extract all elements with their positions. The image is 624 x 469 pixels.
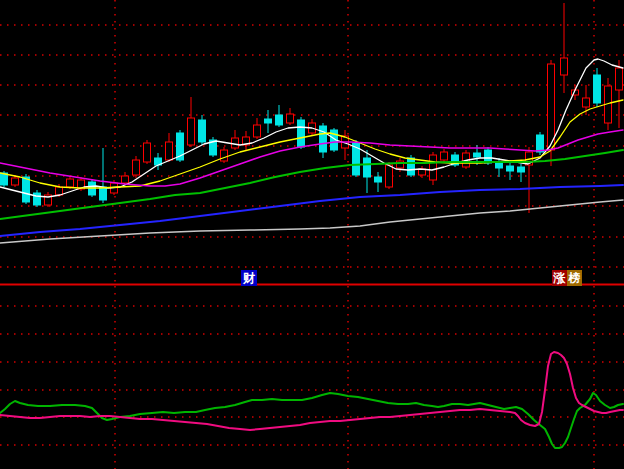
candlestick-panel[interactable] <box>0 3 623 243</box>
candle <box>221 147 228 163</box>
candle <box>298 117 305 149</box>
candle <box>243 131 250 150</box>
candle <box>320 123 327 158</box>
candle <box>210 137 217 157</box>
candle <box>276 105 283 127</box>
candle <box>232 130 239 150</box>
candle <box>265 110 272 133</box>
candle <box>353 140 360 177</box>
candle <box>518 164 525 182</box>
candle <box>375 172 382 192</box>
candle <box>199 115 206 145</box>
candle <box>133 156 140 178</box>
candle <box>188 97 195 147</box>
candle <box>507 162 514 180</box>
candle <box>594 68 601 107</box>
candle <box>254 118 261 139</box>
candle <box>441 149 448 163</box>
candle <box>616 60 623 128</box>
divider-tag-finance[interactable]: 财 <box>241 270 257 286</box>
candle <box>287 108 294 125</box>
candle <box>309 119 316 135</box>
candle <box>561 3 568 93</box>
candle <box>166 133 173 162</box>
indicator-panel[interactable] <box>0 352 623 448</box>
candle <box>572 85 579 100</box>
stock-chart-window: 财 涨 榜 <box>0 0 624 469</box>
divider-tag-gainers-1[interactable]: 涨 <box>552 270 567 286</box>
candle <box>496 158 503 177</box>
candle <box>155 153 162 170</box>
candle <box>144 140 151 164</box>
candle <box>364 150 371 193</box>
candle <box>34 190 41 207</box>
candle <box>526 147 533 213</box>
candle <box>419 166 426 178</box>
chart-canvas[interactable] <box>0 0 624 469</box>
divider-tag-gainers-2[interactable]: 榜 <box>567 270 582 286</box>
candle <box>45 192 52 207</box>
